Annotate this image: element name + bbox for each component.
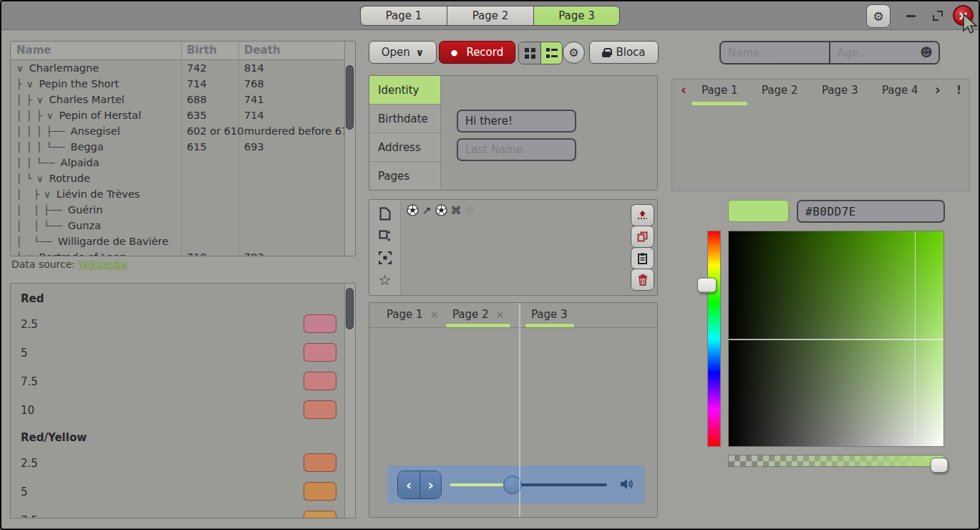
gear-icon: ⚙ <box>873 9 883 24</box>
record-button[interactable]: ● Record <box>439 41 515 64</box>
col-header-birth[interactable]: Birth <box>187 44 217 57</box>
item-label: 10 <box>21 404 34 417</box>
tab-overflow-indicator[interactable]: ! <box>956 84 961 97</box>
col-header-name[interactable]: Name <box>16 44 51 57</box>
wikipedia-link[interactable]: Wikipedia <box>79 259 127 270</box>
maximize-button[interactable] <box>929 7 946 24</box>
settings-round-button[interactable]: ⚙ <box>563 42 585 64</box>
alpha-slider[interactable] <box>728 455 944 467</box>
view-toggle-group <box>518 42 563 64</box>
last-name-input[interactable] <box>457 138 576 161</box>
top-tab-page-2[interactable]: Page 2 <box>447 6 533 26</box>
right-tab-page-3[interactable]: Page 3 <box>822 84 858 97</box>
pane-splitter[interactable] <box>519 303 520 517</box>
emoji-icon[interactable]: ☻ <box>920 45 933 59</box>
top-tab-page-1[interactable]: Page 1 <box>360 6 447 26</box>
right-tab-page-2[interactable]: Page 2 <box>762 84 798 97</box>
form-tab-column: Identity Birthdate Address Pages <box>369 76 441 190</box>
top-tab-page-3[interactable]: Page 3 <box>533 6 620 26</box>
hex-color-input[interactable] <box>797 200 945 223</box>
list-item[interactable]: 5 <box>11 343 344 365</box>
list-icon <box>546 48 558 59</box>
item-label: 2.5 <box>21 457 38 470</box>
last-name-field-wrap <box>457 138 576 161</box>
tree-row[interactable]: │ │ │ ├── Ansegisel 602 or 610 murdered … <box>11 123 344 139</box>
star-icon[interactable]: ☆ <box>379 274 392 286</box>
list-item[interactable]: 7.5 <box>11 372 344 393</box>
delete-button[interactable] <box>631 269 654 291</box>
tree-name: Pepin of Herstal <box>58 110 142 121</box>
next-button[interactable]: › <box>419 471 441 498</box>
trash-icon <box>638 274 648 286</box>
scroll-tabs-left-button[interactable]: ‹ <box>681 82 687 97</box>
list-item[interactable]: 2.5 <box>11 314 344 336</box>
right-tab-page-1[interactable]: Page 1 <box>702 84 738 97</box>
tree-row[interactable]: │ │ ├── Guérin <box>11 202 344 218</box>
current-color-swatch[interactable] <box>728 200 789 222</box>
tree-guides: ∨ <box>16 63 28 74</box>
hue-handle[interactable] <box>697 278 717 293</box>
tree-row[interactable]: │ ├ ∨ Liévin de Trèves <box>11 186 344 202</box>
tree-row[interactable]: │ │ ├ ∨ Pepin of Herstal 635 714 <box>11 107 344 123</box>
list-item[interactable]: 2.5 <box>11 453 344 475</box>
col-header-death[interactable]: Death <box>244 44 281 57</box>
tree-name: Charles Martel <box>48 94 125 105</box>
copy-button[interactable] <box>631 226 654 248</box>
grid-view-toggle[interactable] <box>519 42 540 64</box>
sv-square[interactable] <box>728 231 944 447</box>
settings-button[interactable]: ⚙ <box>866 4 891 28</box>
tree-row[interactable]: ∨ Charlemagne 742 814 <box>11 60 344 76</box>
age-field-wrap: ☻ <box>829 42 938 63</box>
nav-button-group: ‹ › <box>397 471 442 499</box>
form-tab-address[interactable]: Address <box>369 133 440 162</box>
item-label: 5 <box>21 486 28 498</box>
tree-row[interactable]: └ ∨ Bertrade of Laon 710 783 <box>11 249 344 256</box>
close-tab-icon[interactable]: × <box>430 309 439 320</box>
right-tab-page-4[interactable]: Page 4 <box>882 84 918 97</box>
tree-guides: │ │ ├ ∨ <box>16 110 58 121</box>
slider-track[interactable] <box>450 483 607 486</box>
chevron-down-icon: ∨ <box>416 47 424 58</box>
star-outline-icon: ☆ <box>465 203 475 217</box>
tree-row[interactable]: ├ ∨ Pepin the Short 714 768 <box>11 76 344 92</box>
list-view-toggle[interactable] <box>540 42 562 64</box>
scroll-tabs-right-button[interactable]: › <box>935 82 941 97</box>
focus-icon[interactable] <box>379 251 392 264</box>
volume-icon[interactable] <box>619 477 634 491</box>
tree-row[interactable]: │ │ └── Gunza <box>11 218 344 233</box>
close-tab-icon[interactable]: × <box>496 309 505 320</box>
upload-button[interactable] <box>631 204 654 226</box>
tree-row[interactable]: │ └ ∨ Rotrude <box>11 170 344 186</box>
data-source-line: Data source: Wikipedia <box>11 259 127 270</box>
list-item[interactable]: 10 <box>11 400 344 422</box>
lock-button[interactable]: Bloca <box>589 41 659 64</box>
open-dropdown-button[interactable]: Open ∨ <box>369 41 437 64</box>
tree-row[interactable]: │ ├ ∨ Charles Martel 688 741 <box>11 92 344 107</box>
copy-icon <box>637 231 648 242</box>
minimize-button[interactable] <box>902 7 919 24</box>
paste-button[interactable] <box>631 247 654 269</box>
form-tab-birthdate[interactable]: Birthdate <box>369 105 440 133</box>
alpha-handle[interactable] <box>931 458 949 473</box>
document-icon[interactable] <box>379 207 391 221</box>
tree-row[interactable]: │ │ │ └── Begga 615 693 <box>11 139 344 155</box>
hue-slider[interactable] <box>707 231 721 447</box>
tree-row[interactable]: │ └── Willigarde de Bavière <box>11 233 344 249</box>
list-item[interactable]: 7.5 <box>11 511 344 519</box>
resize-icon[interactable] <box>379 230 391 242</box>
list-item[interactable]: 5 <box>11 482 344 504</box>
list-scrollbar-thumb[interactable] <box>346 288 354 329</box>
tree-name: Willigarde de Bavière <box>57 236 168 247</box>
form-tab-identity[interactable]: Identity <box>369 76 440 105</box>
doc-tab-page-1[interactable]: Page 1× <box>387 303 438 328</box>
tree-row[interactable]: │ │ └── Alpaida <box>11 155 344 170</box>
tree-scrollbar-thumb[interactable] <box>346 65 354 130</box>
form-tab-pages[interactable]: Pages <box>369 162 440 191</box>
right-tab-panel: ‹ Page 1 Page 2 Page 3 Page 4 › ! <box>671 79 970 191</box>
name-input[interactable] <box>721 42 829 63</box>
first-name-input[interactable] <box>457 110 576 132</box>
color-swatch <box>304 314 336 333</box>
tree-birth: 635 <box>187 107 207 123</box>
prev-button[interactable]: ‹ <box>398 471 419 498</box>
command-icon: ⌘ <box>451 204 462 217</box>
